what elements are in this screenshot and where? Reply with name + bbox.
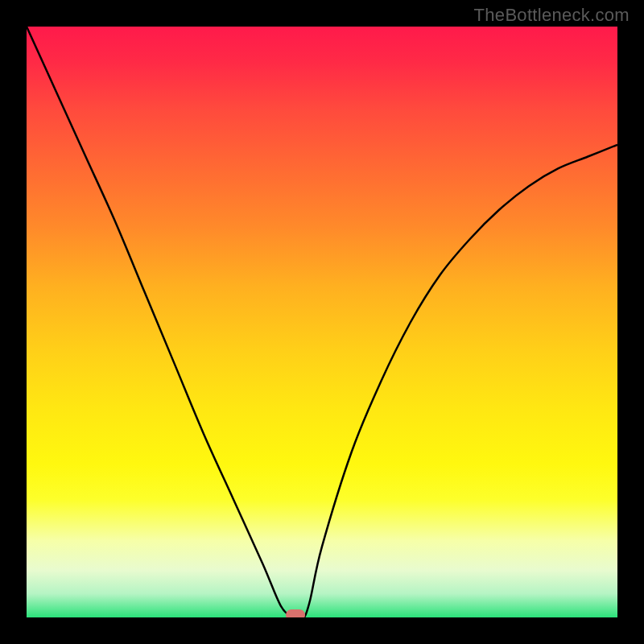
optimal-marker [286,609,305,617]
watermark-text: TheBottleneck.com [474,5,630,26]
curve-svg [27,27,617,617]
bottleneck-curve [27,27,617,617]
plot-area [27,27,617,617]
chart-frame: TheBottleneck.com [0,0,644,644]
